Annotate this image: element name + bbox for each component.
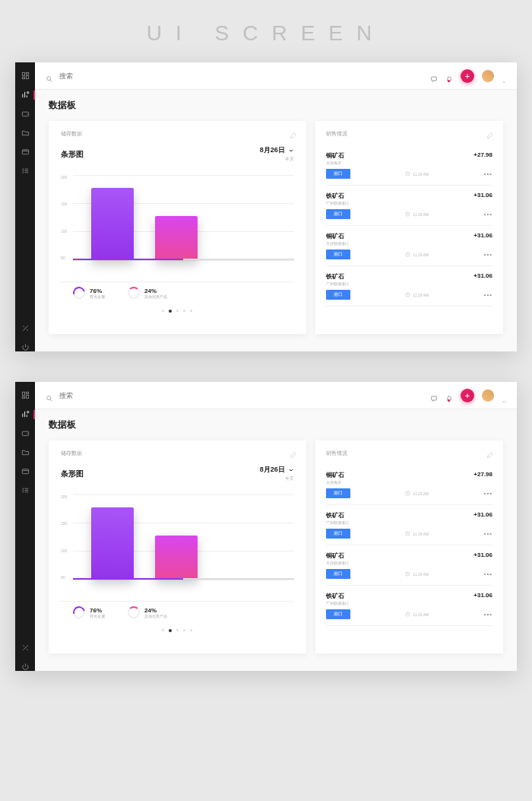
pager-dot[interactable] <box>190 310 192 312</box>
avatar[interactable] <box>482 389 494 402</box>
sale-value: +27.98 <box>473 471 492 478</box>
sale-time: 11.19 AM <box>405 491 429 496</box>
port-button[interactable]: 港口 <box>326 169 350 179</box>
svg-rect-17 <box>26 392 28 393</box>
avatar[interactable] <box>482 70 494 82</box>
search-input[interactable] <box>59 72 430 80</box>
folder-icon[interactable] <box>21 129 30 137</box>
more-icon[interactable]: ••• <box>484 251 492 258</box>
dashboard-icon[interactable] <box>21 391 30 399</box>
pager-dot[interactable] <box>176 310 179 312</box>
baseline <box>73 578 294 580</box>
sale-value: +27.98 <box>473 151 492 158</box>
card-label: 储存数据 <box>61 450 294 457</box>
pager-dot[interactable] <box>176 629 179 631</box>
card-label: 销售情况 <box>326 450 492 457</box>
svg-point-26 <box>47 396 51 399</box>
more-icon[interactable]: ••• <box>484 530 492 537</box>
pager-dot[interactable] <box>169 629 172 632</box>
more-icon[interactable]: ••• <box>484 291 492 298</box>
chat-icon[interactable] <box>430 72 438 80</box>
pager-dot[interactable] <box>162 629 164 631</box>
svg-rect-1 <box>26 72 28 74</box>
settings-icon[interactable] <box>21 644 30 652</box>
y-tick: 200 <box>61 494 67 499</box>
chevron-down-icon[interactable] <box>502 393 506 398</box>
port-button[interactable]: 港口 <box>326 290 350 300</box>
power-icon[interactable] <box>21 343 30 351</box>
sale-sub: 天连联港港口 <box>326 241 349 246</box>
add-button[interactable]: + <box>461 69 474 83</box>
sale-name: 铁矿石 <box>326 511 349 520</box>
more-icon[interactable]: ••• <box>484 211 492 218</box>
edit-icon[interactable] <box>486 129 494 136</box>
more-icon[interactable]: ••• <box>484 170 492 177</box>
port-button[interactable]: 港口 <box>326 609 350 619</box>
port-button[interactable]: 港口 <box>326 529 350 539</box>
port-button[interactable]: 港口 <box>326 569 350 579</box>
dashboard-icon[interactable] <box>21 72 30 80</box>
search-input[interactable] <box>59 392 430 399</box>
pager-dot[interactable] <box>183 310 185 312</box>
more-icon[interactable]: ••• <box>484 571 492 577</box>
pager-dot[interactable] <box>183 629 185 631</box>
sale-name: 铁矿石 <box>326 272 349 281</box>
edit-icon[interactable] <box>486 448 494 456</box>
date-sub: 今天 <box>260 156 294 163</box>
notification-dot <box>448 80 450 82</box>
sale-name: 铜矿石 <box>326 551 349 560</box>
edit-icon[interactable] <box>290 129 297 136</box>
chevron-down-icon[interactable] <box>502 74 506 78</box>
list-icon[interactable] <box>21 486 30 494</box>
power-icon[interactable] <box>21 663 30 671</box>
bell-icon[interactable] <box>445 392 453 399</box>
analytics-icon[interactable] <box>21 91 30 99</box>
port-button[interactable]: 港口 <box>326 250 350 259</box>
pager-dots <box>61 310 294 313</box>
sale-item: 铜矿石 天连联港港口 +31.06 港口 11.19 AM ••• <box>326 226 492 266</box>
pager-dot[interactable] <box>162 310 164 312</box>
pager-dot[interactable] <box>190 629 192 631</box>
list-icon[interactable] <box>21 167 30 175</box>
page-heading: 数据板 <box>49 99 503 112</box>
analytics-icon[interactable] <box>21 410 30 418</box>
date-picker[interactable]: 8月26日 <box>260 145 294 155</box>
sale-time: 11.19 AM <box>405 292 429 297</box>
search-icon[interactable] <box>46 72 53 80</box>
svg-rect-11 <box>432 77 437 81</box>
settings-icon[interactable] <box>21 324 30 332</box>
wallet-icon[interactable] <box>21 110 30 118</box>
wallet-icon[interactable] <box>21 429 30 437</box>
sale-item: 铜矿石 大连海岸 +27.98 港口 11.19 AM ••• <box>326 145 492 186</box>
card-icon[interactable] <box>21 148 30 156</box>
sale-sub: 天连联港港口 <box>326 561 349 565</box>
port-button[interactable]: 港口 <box>326 488 350 498</box>
main-area: + 数据板 储存数据 条形图 8月26日 今天 20015010050 76%有… <box>35 62 517 351</box>
chat-icon[interactable] <box>430 392 438 399</box>
sale-time: 11.19 AM <box>405 252 429 257</box>
y-tick: 150 <box>61 521 67 526</box>
more-icon[interactable]: ••• <box>484 490 492 497</box>
folder-icon[interactable] <box>21 448 30 456</box>
sale-item: 铁矿石 广州联港港口 +31.06 港口 11.19 AM ••• <box>326 266 492 307</box>
svg-rect-18 <box>26 396 28 399</box>
y-tick: 200 <box>61 175 67 180</box>
sale-time: 11.19 AM <box>405 612 429 617</box>
svg-rect-2 <box>26 76 28 79</box>
sale-sub: 广州联港港口 <box>326 201 349 205</box>
port-button[interactable]: 港口 <box>326 209 350 219</box>
svg-point-7 <box>22 169 23 170</box>
notification-dot <box>448 399 450 402</box>
date-picker[interactable]: 8月26日 <box>260 465 294 475</box>
card-icon[interactable] <box>21 467 30 475</box>
more-icon[interactable]: ••• <box>484 611 492 618</box>
y-tick: 50 <box>61 256 67 260</box>
svg-point-20 <box>27 412 28 413</box>
pager-dot[interactable] <box>169 310 172 313</box>
search-icon[interactable] <box>46 392 53 399</box>
add-button[interactable]: + <box>461 389 474 402</box>
bell-icon[interactable] <box>445 72 453 80</box>
edit-icon[interactable] <box>290 448 297 456</box>
card-label: 销售情况 <box>326 130 492 138</box>
bar-1 <box>91 188 134 260</box>
